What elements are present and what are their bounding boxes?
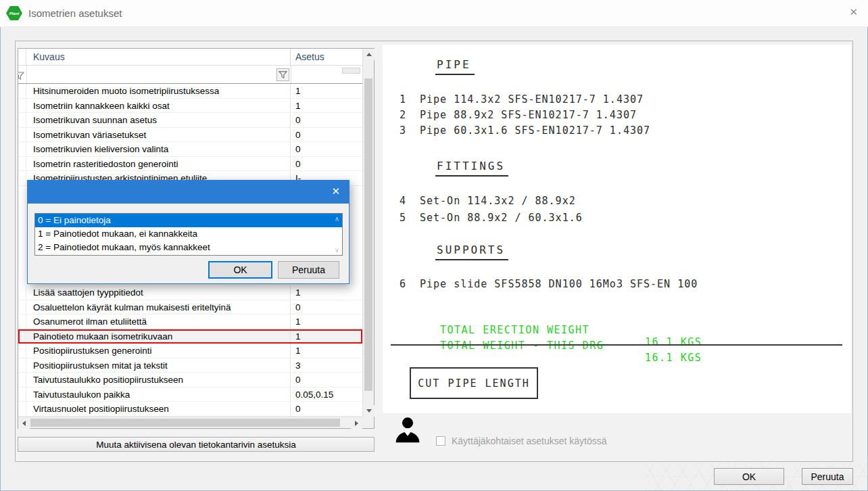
user-settings-checkbox[interactable] [436, 436, 445, 446]
table-row[interactable]: Isometriin kannakkeen kaikki osat 1 [18, 99, 362, 114]
ok-button[interactable]: OK [714, 468, 784, 485]
filter-row-divider [26, 66, 27, 83]
table-row-selected[interactable]: Painotieto mukaan isometrikuvaan 1 [18, 329, 362, 344]
listbox-scroll-up-icon[interactable]: ∧ [335, 215, 339, 223]
isometric-settings-window: Plant Isometrien asetukset ✕ Kuvaus Aset… [0, 0, 868, 491]
row-description: Isometrikuvan suunnan asetus [26, 113, 291, 127]
user-settings-row: Käyttäjäkohtaiset asetukset käytössä [436, 436, 607, 446]
row-value: 1 [291, 285, 362, 300]
table-row[interactable]: Taivutustaulukko positiopiirustukseen 0 [18, 373, 362, 388]
option-item[interactable]: 1 = Painotiedot mukaan, ei kannakkeita [35, 227, 342, 241]
row-value: 1 [291, 84, 362, 98]
row-description: Painotieto mukaan isometrikuvaan [26, 329, 291, 344]
row-description: Taivutustaulukon paikka [26, 388, 291, 402]
table-row[interactable]: Isometrikuvien kieliversion valinta 0 [18, 142, 362, 157]
row-value: 1 [291, 99, 362, 113]
preview-section-heading: SUPPORTS [435, 243, 508, 260]
row-value: 0 [291, 402, 362, 416]
row-value: 0 [291, 373, 362, 387]
row-description: Hitsinumeroiden muoto isometripiirustuks… [26, 84, 291, 98]
preview-item: 4Set-On 114.3x2 / 88.9x2 [400, 195, 576, 207]
option-item[interactable]: 2 = Painotiedot mukaan, myös kannakkeet [35, 241, 342, 254]
preview-item: 3Pipe 60.3x1.6 SFS-EN10217-7 1.4307 [400, 124, 650, 137]
table-row[interactable]: Taivutustaulukon paikka 0.05,0.15 [18, 388, 362, 402]
column-header-asetus[interactable]: Asetus [291, 49, 362, 65]
row-value: 0 [291, 113, 362, 127]
edit-active-db-row-button[interactable]: Muuta aktiivisena olevan tietokantarivin… [18, 437, 375, 452]
row-description: Positiopiirustuksen mitat ja tekstit [26, 358, 291, 373]
table-row[interactable]: Osanumerot ilman etuliitettä 1 [18, 314, 362, 329]
window-close-icon[interactable]: ✕ [849, 6, 858, 18]
table-row[interactable]: Positiopiirustuksen mitat ja tekstit 3 [18, 358, 362, 373]
row-value: 1 [291, 314, 362, 329]
row-description: Osanumerot ilman etuliitettä [26, 314, 291, 329]
preview-item: 6Pipe slide SFS5858 DN100 16Mo3 SFS-EN 1… [400, 278, 698, 290]
row-value: 0 [291, 142, 362, 156]
cut-pipe-length-box: CUT PIPE LENGTH [410, 367, 538, 399]
plant-app-icon: Plant [6, 6, 22, 20]
row-indicator-column-header [18, 49, 26, 65]
value-picker-dialog: ✕ 0 = Ei painotietoja 1 = Painotiedot mu… [27, 180, 349, 284]
scroll-right-arrow-icon[interactable] [351, 417, 362, 429]
cancel-button[interactable]: Peruuta [802, 468, 853, 485]
modal-ok-button[interactable]: OK [208, 261, 272, 279]
grid-header-row: Kuvaus Asetus [18, 49, 362, 66]
table-row[interactable]: Isometrin rasteritiedoston generointi 0 [18, 157, 362, 172]
row-value: 3 [291, 358, 362, 373]
grid-filter-row [18, 66, 362, 84]
row-description: Isometrin rasteritiedoston generointi [26, 157, 291, 171]
row-value: 1 [291, 329, 362, 344]
row-description: Lisää saattojen tyyppitiedot [26, 285, 291, 300]
table-row[interactable]: Osaluettelon käyrät kulman mukaisesti er… [18, 300, 362, 315]
user-settings-checkbox-label: Käyttäjäkohtaiset asetukset käytössä [452, 436, 607, 446]
modal-titlebar: ✕ [28, 181, 349, 204]
scroll-up-arrow-icon[interactable] [363, 49, 375, 60]
table-row[interactable]: Isometrikuvan väriasetukset 0 [18, 128, 362, 143]
option-listbox[interactable]: 0 = Ei painotietoja 1 = Painotiedot muka… [34, 213, 343, 256]
row-description: Taivutustaulukko positiopiirustukseen [26, 373, 291, 387]
preview-section-heading: FITTINGS [435, 160, 508, 177]
scroll-left-arrow-icon[interactable] [18, 417, 30, 429]
row-value: 0 [291, 128, 362, 142]
preview-section-heading: PIPE [435, 58, 475, 75]
vertical-scrollbar[interactable] [362, 49, 374, 417]
row-description: Positiopiirustuksen generointi [26, 344, 291, 358]
row-value: 0.05,0.15 [291, 388, 362, 402]
asetus-filter-button[interactable] [342, 68, 360, 74]
horizontal-scrollbar-thumb[interactable] [30, 419, 340, 427]
preview-divider-line [391, 344, 842, 346]
column-header-kuvaus[interactable]: Kuvaus [26, 49, 291, 65]
table-row[interactable]: Positiopiirustuksen generointi 1 [18, 344, 362, 358]
filter-funnel-icon [18, 71, 24, 80]
isometric-preview-panel: PIPE 1Pipe 114.3x2 SFS-EN10217-7 1.4307 … [383, 45, 851, 413]
row-description: Isometrikuvien kieliversion valinta [26, 142, 291, 156]
preview-item: 1Pipe 114.3x2 SFS-EN10217-7 1.4307 [400, 93, 644, 106]
filter-row-divider [291, 66, 291, 83]
row-description: Virtausnuolet positiopiirustukseen [26, 402, 291, 416]
scrollbar-corner [362, 417, 374, 428]
kuvaus-filter-button[interactable] [276, 68, 289, 81]
horizontal-scrollbar[interactable] [18, 417, 362, 428]
row-value: 1 [291, 344, 362, 358]
modal-cancel-button[interactable]: Peruuta [278, 261, 339, 279]
user-person-icon [393, 414, 423, 446]
window-titlebar: Plant Isometrien asetukset ✕ [0, 0, 868, 27]
row-description: Isometrikuvan väriasetukset [26, 128, 291, 142]
preview-item: 5Set-On 88.9x2 / 60.3x1.6 [400, 212, 583, 224]
plant-app-icon-label: Plant [9, 11, 20, 16]
preview-item: 2Pipe 88.9x2 SFS-EN10217-7 1.4307 [400, 109, 637, 121]
row-value: 0 [291, 300, 362, 314]
table-row[interactable]: Virtausnuolet positiopiirustukseen 0 [18, 402, 362, 417]
modal-close-icon[interactable]: ✕ [331, 185, 340, 197]
scroll-down-arrow-icon[interactable] [363, 405, 375, 417]
listbox-scroll-down-icon[interactable]: ∨ [335, 246, 339, 254]
row-value: 0 [291, 157, 362, 171]
funnel-icon [279, 70, 287, 79]
row-description: Osaluettelon käyrät kulman mukaisesti er… [26, 300, 291, 314]
vertical-scrollbar-thumb[interactable] [364, 78, 372, 391]
table-row[interactable]: Isometrikuvan suunnan asetus 0 [18, 113, 362, 128]
table-row[interactable]: Hitsinumeroiden muoto isometripiirustuks… [18, 84, 362, 99]
table-row[interactable]: Lisää saattojen tyyppitiedot 1 [18, 285, 362, 300]
row-description: Isometriin kannakkeen kaikki osat [26, 99, 291, 113]
option-item-selected[interactable]: 0 = Ei painotietoja [35, 214, 342, 227]
